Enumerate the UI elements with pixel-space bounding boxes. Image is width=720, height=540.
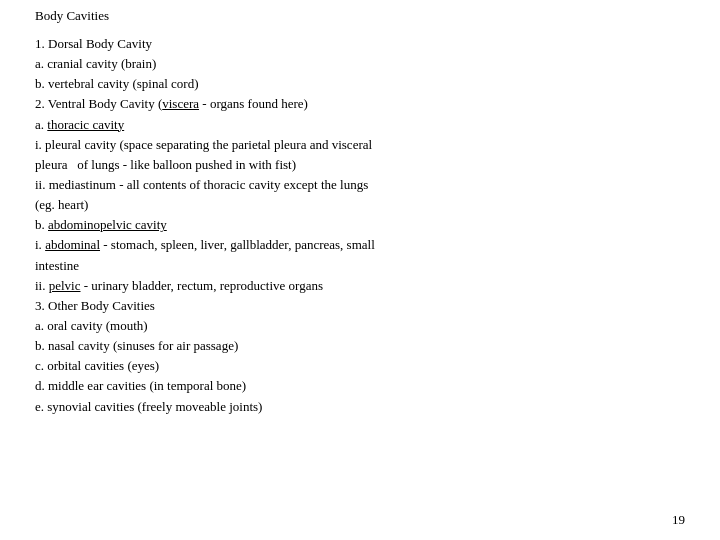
line-1: 1. Dorsal Body Cavity <box>35 34 685 54</box>
line-12: a. oral cavity (mouth) <box>35 316 685 336</box>
pelvic-underline: pelvic <box>49 278 81 293</box>
page-number-text: 19 <box>672 512 685 527</box>
line-7b: (eg. heart) <box>35 195 685 215</box>
line-3: b. vertebral cavity (spinal cord) <box>35 74 685 94</box>
viscera-underline: viscera <box>162 96 199 111</box>
line-6b: pleura of lungs - like balloon pushed in… <box>35 155 685 175</box>
page-container: Body Cavities 1. Dorsal Body Cavity a. c… <box>0 0 720 540</box>
line-16: e. synovial cavities (freely moveable jo… <box>35 397 685 417</box>
line-5: a. thoracic cavity <box>35 115 685 135</box>
line-4: 2. Ventral Body Cavity (viscera - organs… <box>35 94 685 114</box>
line-8: b. abdominopelvic cavity <box>35 215 685 235</box>
line-13: b. nasal cavity (sinuses for air passage… <box>35 336 685 356</box>
line-9b: intestine <box>35 256 685 276</box>
line-9: i. abdominal - stomach, spleen, liver, g… <box>35 235 685 255</box>
content-body: 1. Dorsal Body Cavity a. cranial cavity … <box>35 34 685 417</box>
line-2: a. cranial cavity (brain) <box>35 54 685 74</box>
line-6: i. pleural cavity (space separating the … <box>35 135 685 155</box>
thoracic-cavity-underline: thoracic cavity <box>47 117 124 132</box>
line-10: ii. pelvic - urinary bladder, rectum, re… <box>35 276 685 296</box>
line-7: ii. mediastinum - all contents of thorac… <box>35 175 685 195</box>
line-15: d. middle ear cavities (in temporal bone… <box>35 376 685 396</box>
line-14: c. orbital cavities (eyes) <box>35 356 685 376</box>
abdominopelvic-underline: abdominopelvic cavity <box>48 217 167 232</box>
line-11: 3. Other Body Cavities <box>35 296 685 316</box>
title-text: Body Cavities <box>35 8 109 23</box>
abdominal-underline: abdominal <box>45 237 100 252</box>
page-number: 19 <box>672 512 685 528</box>
page-title: Body Cavities <box>35 8 685 24</box>
